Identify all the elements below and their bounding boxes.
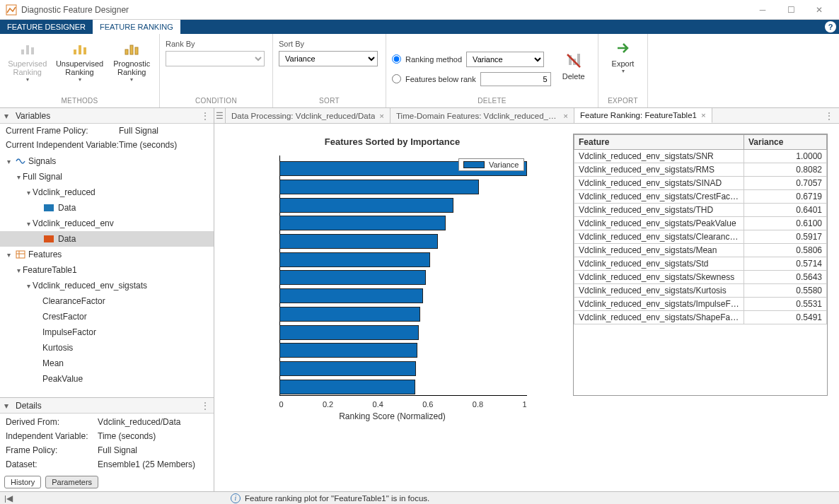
xtick: 0.2 <box>323 400 333 409</box>
chevron-down-icon: ▾ <box>4 111 13 121</box>
chart-bar <box>279 343 417 358</box>
window-title: Diagnostic Feature Designer <box>21 5 748 15</box>
supervised-ranking-button: Supervised Ranking ▾ <box>6 37 50 86</box>
help-button[interactable]: ? <box>825 21 836 33</box>
btn-label: Prognostic Ranking <box>113 59 150 76</box>
tree-leaf[interactable]: Mean <box>0 356 214 371</box>
table-row[interactable]: Vdclink_reduced_env_sigstats/Skewness0.5… <box>574 271 827 284</box>
tree-node-features[interactable]: ▾Features <box>0 247 214 262</box>
table-row[interactable]: Vdclink_reduced_env_sigstats/SNR1.0000 <box>574 150 827 163</box>
indep-var-value: Time (seconds) <box>119 140 177 150</box>
cell-variance: 0.7057 <box>744 177 827 190</box>
col-variance[interactable]: Variance <box>744 135 827 150</box>
tab-feature-designer[interactable]: FEATURE DESIGNER <box>0 20 93 34</box>
chevron-down-icon[interactable]: ▾ <box>14 266 23 274</box>
delete-button[interactable]: Delete <box>557 49 591 83</box>
chart-xlabel: Ranking Score (Normalized) <box>258 411 527 421</box>
tree-node-full-signal[interactable]: ▾Full Signal <box>0 169 214 184</box>
bar-chart-icon <box>71 40 88 57</box>
tree-node-featuretable1[interactable]: ▾FeatureTable1 <box>0 262 214 278</box>
chart-bar <box>279 252 431 267</box>
table-row[interactable]: Vdclink_reduced_env_sigstats/SINAD0.7057 <box>574 177 827 190</box>
chevron-down-icon: ▾ <box>622 68 625 74</box>
goto-start-icon[interactable]: |◀ <box>4 493 14 503</box>
tabs-menu-icon[interactable]: ☰ <box>214 108 226 123</box>
table-row[interactable]: Vdclink_reduced_env_sigstats/ImpulseFa..… <box>574 298 827 311</box>
table-row[interactable]: Vdclink_reduced_env_sigstats/Clearance..… <box>574 230 827 244</box>
close-icon[interactable]: × <box>563 112 568 120</box>
cell-variance: 0.6100 <box>744 217 827 230</box>
doc-tab-feature-ranking[interactable]: Feature Ranking: FeatureTable1× <box>574 108 712 123</box>
maximize-button[interactable]: ☐ <box>777 0 805 20</box>
tree-leaf[interactable]: CrestFactor <box>0 309 214 324</box>
more-icon[interactable]: ⋮ <box>819 108 839 123</box>
table-row[interactable]: Vdclink_reduced_env_sigstats/ShapeFactor… <box>574 311 827 324</box>
cell-variance: 0.5531 <box>744 298 827 311</box>
tree-node-signals[interactable]: ▾Signals <box>0 153 214 169</box>
chevron-down-icon[interactable]: ▾ <box>4 158 13 165</box>
panel-header-variables[interactable]: ▾ Variables ⋮ <box>0 108 214 124</box>
close-icon[interactable]: × <box>701 111 706 119</box>
chevron-down-icon[interactable]: ▾ <box>4 251 13 259</box>
chart-xticks: 00.20.40.60.81 <box>279 400 527 409</box>
btn-label: Delete <box>562 72 585 81</box>
tree-leaf-data[interactable]: Data <box>0 200 214 216</box>
variables-tree[interactable]: ▾Signals ▾Full Signal ▾Vdclink_reduced D… <box>0 152 214 397</box>
tab-parameters[interactable]: Parameters <box>45 476 98 488</box>
delete-method-select[interactable]: Variance <box>466 52 544 67</box>
tab-feature-ranking[interactable]: FEATURE RANKING <box>93 20 180 34</box>
chevron-down-icon[interactable]: ▾ <box>24 189 33 197</box>
cell-feature: Vdclink_reduced_env_sigstats/SNR <box>574 150 744 163</box>
export-button[interactable]: Export ▾ <box>604 37 642 77</box>
chevron-down-icon[interactable]: ▾ <box>24 220 33 228</box>
xtick: 0.6 <box>422 400 433 409</box>
unsupervised-ranking-button[interactable]: Unsupervised Ranking ▾ <box>55 37 105 86</box>
cell-feature: Vdclink_reduced_env_sigstats/ShapeFactor <box>574 311 744 324</box>
tree-leaf-data-env[interactable]: Data <box>0 231 214 247</box>
close-icon[interactable]: × <box>379 112 384 120</box>
cell-feature: Vdclink_reduced_env_sigstats/ImpulseFa..… <box>574 298 744 311</box>
bar-chart-icon <box>19 40 36 57</box>
rank-threshold-input[interactable] <box>480 72 551 86</box>
chart-title: Features Sorted by Importance <box>325 136 460 147</box>
group-label: METHODS <box>6 95 154 106</box>
col-feature[interactable]: Feature <box>574 135 744 150</box>
xtick: 0 <box>279 400 284 409</box>
chevron-down-icon[interactable]: ▾ <box>24 282 33 290</box>
group-label: EXPORT <box>604 95 642 106</box>
minimize-button[interactable]: ─ <box>748 0 777 20</box>
btn-label: Unsupervised Ranking <box>56 59 103 76</box>
table-row[interactable]: Vdclink_reduced_env_sigstats/Kurtosis0.5… <box>574 284 827 298</box>
table-row[interactable]: Vdclink_reduced_env_sigstats/RMS0.8082 <box>574 163 827 177</box>
more-icon[interactable]: ⋮ <box>201 111 209 121</box>
table-row[interactable]: Vdclink_reduced_env_sigstats/PeakValue0.… <box>574 217 827 230</box>
tree-leaf[interactable]: Kurtosis <box>0 340 214 356</box>
prognostic-ranking-button[interactable]: Prognostic Ranking ▾ <box>110 37 154 86</box>
panel-header-details[interactable]: ▾ Details ⋮ <box>0 398 214 414</box>
table-row[interactable]: Vdclink_reduced_env_sigstats/CrestFactor… <box>574 190 827 204</box>
ranking-method-radio[interactable] <box>392 54 401 64</box>
tree-node-sigstats[interactable]: ▾Vdclink_reduced_env_sigstats <box>0 278 214 293</box>
table-row[interactable]: Vdclink_reduced_env_sigstats/Std0.5714 <box>574 257 827 271</box>
doc-tab-data-processing[interactable]: Data Processing: Vdclink_reduced/Data× <box>226 108 390 123</box>
tree-leaf[interactable]: PeakValue <box>0 371 214 387</box>
signal-icon <box>16 156 25 166</box>
cell-variance: 0.5491 <box>744 311 827 324</box>
feature-ranking-table[interactable]: Feature Variance Vdclink_reduced_env_sig… <box>573 134 828 396</box>
table-row[interactable]: Vdclink_reduced_env_sigstats/THD0.6401 <box>574 204 827 217</box>
delete-icon <box>565 52 582 69</box>
table-icon <box>16 250 25 259</box>
tree-leaf[interactable]: ClearanceFactor <box>0 293 214 309</box>
features-below-radio[interactable] <box>392 74 401 83</box>
close-button[interactable]: ✕ <box>805 0 833 20</box>
sortby-select[interactable]: Variance <box>279 51 378 66</box>
dataset-value: Ensemble1 (25 Members) <box>98 459 195 469</box>
tab-history[interactable]: History <box>4 476 41 488</box>
table-row[interactable]: Vdclink_reduced_env_sigstats/Mean0.5806 <box>574 244 827 257</box>
tree-leaf[interactable]: ImpulseFactor <box>0 324 214 340</box>
tree-node-vdclink-reduced-env[interactable]: ▾Vdclink_reduced_env <box>0 216 214 231</box>
tree-node-vdclink-reduced[interactable]: ▾Vdclink_reduced <box>0 184 214 200</box>
more-icon[interactable]: ⋮ <box>201 401 209 411</box>
chevron-down-icon[interactable]: ▾ <box>14 173 23 181</box>
doc-tab-time-domain[interactable]: Time-Domain Features: Vdclink_reduced_en… <box>390 108 574 123</box>
